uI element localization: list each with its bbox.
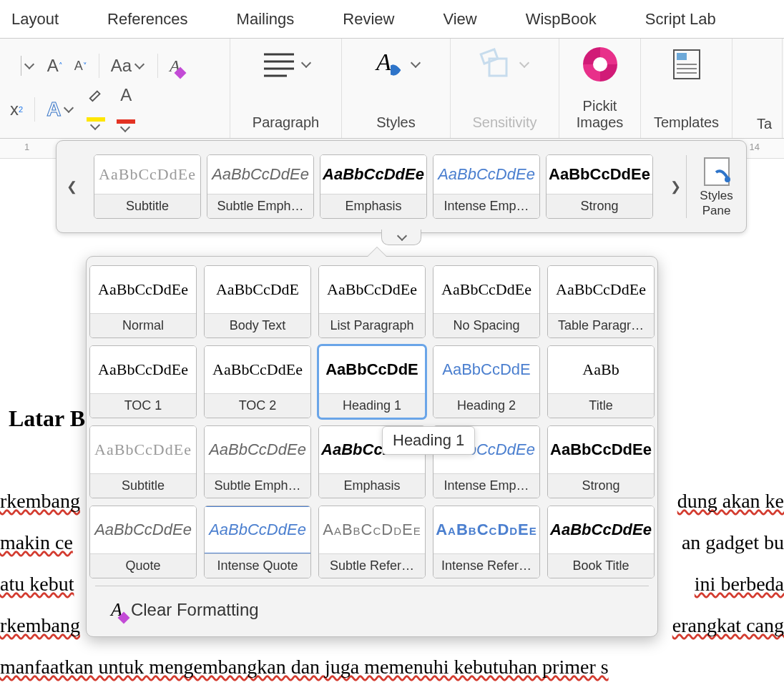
sensitivity-icon[interactable] — [479, 44, 531, 84]
svg-rect-6 — [481, 49, 498, 64]
group-label-templates: Templates — [654, 114, 719, 131]
group-pickit[interactable]: Pickit Images — [559, 39, 641, 138]
style-name: Subtle Refer… — [319, 553, 425, 578]
styles-strip: ❮ AaBbCcDdEeSubtitleAaBbCcDdEeSubtle Emp… — [56, 140, 747, 233]
font-size-dropdown[interactable] — [10, 56, 36, 76]
gallery-card-intense-quote[interactable]: AaBbCcDdEeIntense Quote — [204, 506, 311, 578]
style-name: Quote — [90, 553, 196, 578]
ribbon-groups: A˄ A˅ Aa A x2 A A P — [0, 39, 784, 139]
ruler-num-right: 14 — [750, 142, 760, 152]
style-preview: AaBbCcDdEe — [90, 346, 196, 393]
styles-pane-icon — [700, 155, 733, 188]
style-name: Title — [548, 393, 654, 418]
gallery-card-toc-2[interactable]: AaBbCcDdEeTOC 2 — [204, 345, 311, 418]
gallery-card-heading-2[interactable]: AaBbCcDdEHeading 2 — [433, 345, 540, 418]
gallery-card-no-spacing[interactable]: AaBbCcDdEeNo Spacing — [433, 265, 540, 338]
group-label-sensitivity: Sensitivity — [472, 114, 536, 131]
tooltip-heading-1: Heading 1 — [382, 426, 475, 455]
style-name: Strong — [548, 473, 654, 498]
templates-icon — [671, 44, 702, 84]
strip-expand-button[interactable] — [381, 230, 421, 245]
group-label-paragraph: Paragraph — [253, 114, 319, 131]
group-templates[interactable]: Templates — [641, 39, 732, 138]
gallery-card-subtle-refer-[interactable]: AaBbCcDdEeSubtle Refer… — [318, 506, 426, 578]
gallery-card-table-paragr-[interactable]: AaBbCcDdEeTable Paragr… — [547, 265, 655, 338]
ribbon-tab-review[interactable]: Review — [335, 1, 401, 37]
style-preview: AaBbCcDdEe — [548, 426, 654, 473]
style-name: Table Paragr… — [548, 313, 654, 337]
group-label-pickit: Pickit Images — [569, 98, 630, 131]
ribbon-tab-mailings[interactable]: Mailings — [230, 1, 302, 37]
styles-pane-label-2: Pane — [702, 204, 731, 218]
gallery-card-list-paragraph[interactable]: AaBbCcDdEeList Paragraph — [318, 265, 426, 338]
style-card-emphasis[interactable]: AaBbCcDdEeEmphasis — [320, 154, 427, 219]
styles-pane-button[interactable]: Styles Pane — [686, 155, 742, 217]
gallery-card-heading-1[interactable]: AaBbCcDdEHeading 1 — [318, 345, 426, 418]
clear-formatting-item[interactable]: A Clear Formatting — [95, 586, 649, 636]
styles-icon[interactable]: A — [371, 44, 422, 84]
style-name: Normal — [90, 313, 196, 337]
gallery-card-quote[interactable]: AaBbCcDdEeQuote — [89, 506, 197, 578]
style-preview: AaBbCcDdEe — [319, 506, 425, 553]
body-line-5: manfaatkan untuk mengembangkan dan juga … — [0, 646, 609, 689]
style-name: Emphasis — [319, 473, 425, 498]
gallery-card-normal[interactable]: AaBbCcDdEeNormal — [89, 265, 197, 338]
ribbon-tab-layout[interactable]: Layout — [4, 1, 66, 37]
shrink-font-button[interactable]: A˅ — [74, 59, 87, 74]
style-name: Heading 2 — [433, 393, 539, 418]
style-preview: AaBbCcDdEe — [433, 266, 539, 313]
grow-font-button[interactable]: A˄ — [47, 56, 63, 76]
style-name: Subtitle — [94, 194, 200, 218]
document-heading: Latar B — [9, 395, 85, 443]
clear-formatting-icon[interactable]: A — [170, 56, 180, 76]
body-line-3-left: atu kebut — [0, 563, 74, 606]
change-case-button[interactable]: Aa — [111, 56, 146, 76]
style-preview: AaBbCcDdEe — [319, 266, 425, 313]
style-preview: AaBbCcDdEe — [547, 155, 652, 194]
body-line-4-left: rkembang — [0, 605, 80, 647]
group-table-views: Ta — [732, 39, 783, 138]
text-effects-button[interactable]: A — [46, 98, 75, 121]
gallery-card-intense-refer-[interactable]: AaBbCcDdEeIntense Refer… — [433, 506, 540, 578]
style-name: TOC 2 — [205, 393, 310, 418]
paragraph-icon[interactable] — [260, 44, 313, 84]
group-label-table-views: Ta — [757, 116, 772, 132]
subscript-button[interactable]: x2 — [10, 99, 23, 119]
group-sensitivity: Sensitivity — [451, 39, 559, 138]
ribbon-tab-view[interactable]: View — [436, 1, 484, 37]
style-preview: AaBbCcDdEe — [205, 346, 310, 393]
styles-pane-label-1: Styles — [700, 189, 732, 203]
font-color-button[interactable]: A — [117, 85, 135, 134]
svg-point-13 — [725, 177, 730, 182]
group-paragraph: Paragraph — [230, 39, 342, 138]
style-card-subtitle[interactable]: AaBbCcDdEeSubtitle — [94, 154, 201, 219]
body-line-1-right: dung akan ke — [677, 480, 784, 523]
style-name: TOC 1 — [90, 393, 196, 418]
gallery-card-subtle-emph-[interactable]: AaBbCcDdEeSubtle Emph… — [204, 425, 311, 498]
highlight-button[interactable] — [87, 87, 105, 132]
style-name: No Spacing — [433, 313, 539, 337]
gallery-card-title[interactable]: AaBbTitle — [547, 345, 655, 418]
style-card-intense-emp-[interactable]: AaBbCcDdEeIntense Emp… — [433, 154, 540, 219]
style-card-subtle-emph-[interactable]: AaBbCcDdEeSubtle Emph… — [207, 154, 314, 219]
style-name: List Paragraph — [319, 313, 425, 337]
style-name: Subtitle — [90, 473, 196, 498]
ribbon-tab-script-lab[interactable]: Script Lab — [638, 1, 723, 37]
ribbon-tab-wispbook[interactable]: WispBook — [519, 1, 604, 37]
style-card-strong[interactable]: AaBbCcDdEeStrong — [546, 154, 653, 219]
gallery-card-subtitle[interactable]: AaBbCcDdEeSubtitle — [89, 425, 197, 498]
style-preview: AaBbCcDdEe — [90, 506, 196, 553]
gallery-card-body-text[interactable]: AaBbCcDdEBody Text — [204, 265, 311, 338]
style-preview: AaBbCcDdEe — [548, 266, 654, 313]
strip-prev-button[interactable]: ❮ — [61, 179, 82, 194]
gallery-card-book-title[interactable]: AaBbCcDdEeBook Title — [547, 506, 655, 578]
strip-next-button[interactable]: ❯ — [665, 179, 686, 194]
gallery-card-toc-1[interactable]: AaBbCcDdEeTOC 1 — [89, 345, 197, 418]
gallery-card-strong[interactable]: AaBbCcDdEeStrong — [547, 425, 655, 498]
style-preview: AaBbCcDdEe — [94, 155, 200, 194]
group-font: A˄ A˅ Aa A x2 A A — [0, 39, 230, 138]
body-line-2-left: makin ce — [0, 522, 73, 564]
style-name: Heading 1 — [319, 393, 425, 418]
clear-formatting-label: Clear Formatting — [131, 600, 259, 620]
ribbon-tab-references[interactable]: References — [100, 1, 195, 37]
